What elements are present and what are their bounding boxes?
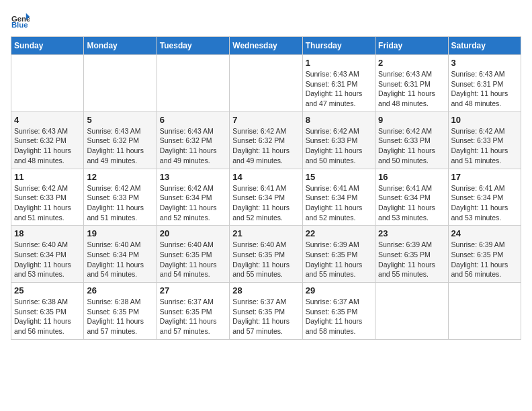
calendar-cell: 27Sunrise: 6:37 AM Sunset: 6:35 PM Dayli… bbox=[157, 283, 229, 340]
day-detail: Sunrise: 6:37 AM Sunset: 6:35 PM Dayligh… bbox=[306, 297, 372, 336]
page-header: General Blue bbox=[11, 11, 521, 30]
day-number: 21 bbox=[232, 228, 299, 238]
calendar-cell: 28Sunrise: 6:37 AM Sunset: 6:35 PM Dayli… bbox=[230, 283, 302, 340]
day-number: 2 bbox=[378, 58, 445, 68]
calendar-week-row: 4Sunrise: 6:43 AM Sunset: 6:32 PM Daylig… bbox=[11, 111, 521, 169]
day-number: 1 bbox=[306, 58, 372, 68]
calendar-cell: 2Sunrise: 6:43 AM Sunset: 6:31 PM Daylig… bbox=[375, 55, 448, 112]
weekday-header-friday: Friday bbox=[375, 37, 448, 55]
day-detail: Sunrise: 6:42 AM Sunset: 6:33 PM Dayligh… bbox=[87, 183, 153, 223]
day-detail: Sunrise: 6:42 AM Sunset: 6:32 PM Dayligh… bbox=[232, 126, 299, 166]
day-detail: Sunrise: 6:37 AM Sunset: 6:35 PM Dayligh… bbox=[160, 297, 226, 336]
calendar-cell: 22Sunrise: 6:39 AM Sunset: 6:35 PM Dayli… bbox=[302, 226, 375, 283]
day-number: 5 bbox=[87, 115, 153, 125]
calendar-table: SundayMondayTuesdayWednesdayThursdayFrid… bbox=[11, 36, 521, 340]
calendar-cell bbox=[230, 55, 302, 112]
day-number: 9 bbox=[378, 115, 445, 125]
calendar-cell: 12Sunrise: 6:42 AM Sunset: 6:33 PM Dayli… bbox=[84, 169, 157, 226]
calendar-week-row: 1Sunrise: 6:43 AM Sunset: 6:31 PM Daylig… bbox=[11, 55, 521, 112]
day-detail: Sunrise: 6:43 AM Sunset: 6:31 PM Dayligh… bbox=[451, 69, 518, 109]
day-detail: Sunrise: 6:39 AM Sunset: 6:35 PM Dayligh… bbox=[378, 240, 445, 279]
day-detail: Sunrise: 6:38 AM Sunset: 6:35 PM Dayligh… bbox=[14, 297, 81, 336]
day-number: 19 bbox=[87, 228, 153, 238]
day-number: 29 bbox=[306, 285, 372, 295]
day-number: 24 bbox=[451, 228, 518, 238]
day-detail: Sunrise: 6:42 AM Sunset: 6:34 PM Dayligh… bbox=[160, 183, 226, 223]
day-number: 18 bbox=[14, 228, 81, 238]
day-detail: Sunrise: 6:41 AM Sunset: 6:34 PM Dayligh… bbox=[232, 183, 299, 223]
calendar-cell bbox=[84, 55, 157, 112]
calendar-cell: 11Sunrise: 6:42 AM Sunset: 6:33 PM Dayli… bbox=[11, 169, 84, 226]
calendar-cell: 25Sunrise: 6:38 AM Sunset: 6:35 PM Dayli… bbox=[11, 283, 84, 340]
calendar-cell bbox=[375, 283, 448, 340]
day-number: 4 bbox=[14, 115, 81, 125]
day-detail: Sunrise: 6:43 AM Sunset: 6:32 PM Dayligh… bbox=[160, 126, 226, 166]
calendar-cell: 14Sunrise: 6:41 AM Sunset: 6:34 PM Dayli… bbox=[230, 169, 302, 226]
calendar-cell: 13Sunrise: 6:42 AM Sunset: 6:34 PM Dayli… bbox=[157, 169, 229, 226]
day-detail: Sunrise: 6:41 AM Sunset: 6:34 PM Dayligh… bbox=[378, 183, 445, 223]
day-number: 23 bbox=[378, 228, 445, 238]
calendar-cell: 9Sunrise: 6:42 AM Sunset: 6:33 PM Daylig… bbox=[375, 111, 448, 169]
calendar-cell: 26Sunrise: 6:38 AM Sunset: 6:35 PM Dayli… bbox=[84, 283, 157, 340]
day-detail: Sunrise: 6:40 AM Sunset: 6:35 PM Dayligh… bbox=[232, 240, 299, 279]
day-number: 7 bbox=[232, 115, 299, 125]
calendar-cell: 21Sunrise: 6:40 AM Sunset: 6:35 PM Dayli… bbox=[230, 226, 302, 283]
calendar-cell: 8Sunrise: 6:42 AM Sunset: 6:33 PM Daylig… bbox=[302, 111, 375, 169]
weekday-header-sunday: Sunday bbox=[11, 37, 84, 55]
calendar-cell: 16Sunrise: 6:41 AM Sunset: 6:34 PM Dayli… bbox=[375, 169, 448, 226]
day-detail: Sunrise: 6:41 AM Sunset: 6:34 PM Dayligh… bbox=[306, 183, 372, 223]
day-detail: Sunrise: 6:43 AM Sunset: 6:31 PM Dayligh… bbox=[378, 69, 445, 109]
day-detail: Sunrise: 6:43 AM Sunset: 6:32 PM Dayligh… bbox=[87, 126, 153, 166]
calendar-cell: 17Sunrise: 6:41 AM Sunset: 6:34 PM Dayli… bbox=[448, 169, 521, 226]
day-number: 12 bbox=[87, 172, 153, 182]
weekday-header-wednesday: Wednesday bbox=[230, 37, 302, 55]
day-number: 3 bbox=[451, 58, 518, 68]
calendar-cell: 7Sunrise: 6:42 AM Sunset: 6:32 PM Daylig… bbox=[230, 111, 302, 169]
calendar-cell: 3Sunrise: 6:43 AM Sunset: 6:31 PM Daylig… bbox=[448, 55, 521, 112]
calendar-cell: 10Sunrise: 6:42 AM Sunset: 6:33 PM Dayli… bbox=[448, 111, 521, 169]
day-detail: Sunrise: 6:42 AM Sunset: 6:33 PM Dayligh… bbox=[306, 126, 372, 166]
calendar-week-row: 11Sunrise: 6:42 AM Sunset: 6:33 PM Dayli… bbox=[11, 169, 521, 226]
day-number: 27 bbox=[160, 285, 226, 295]
svg-text:Blue: Blue bbox=[11, 21, 28, 29]
day-number: 25 bbox=[14, 285, 81, 295]
calendar-cell: 24Sunrise: 6:39 AM Sunset: 6:35 PM Dayli… bbox=[448, 226, 521, 283]
day-detail: Sunrise: 6:40 AM Sunset: 6:35 PM Dayligh… bbox=[160, 240, 226, 279]
calendar-cell: 29Sunrise: 6:37 AM Sunset: 6:35 PM Dayli… bbox=[302, 283, 375, 340]
day-detail: Sunrise: 6:39 AM Sunset: 6:35 PM Dayligh… bbox=[306, 240, 372, 279]
weekday-header-thursday: Thursday bbox=[302, 37, 375, 55]
calendar-week-row: 25Sunrise: 6:38 AM Sunset: 6:35 PM Dayli… bbox=[11, 283, 521, 340]
calendar-cell: 5Sunrise: 6:43 AM Sunset: 6:32 PM Daylig… bbox=[84, 111, 157, 169]
day-detail: Sunrise: 6:43 AM Sunset: 6:32 PM Dayligh… bbox=[14, 126, 81, 166]
calendar-cell: 23Sunrise: 6:39 AM Sunset: 6:35 PM Dayli… bbox=[375, 226, 448, 283]
calendar-cell: 1Sunrise: 6:43 AM Sunset: 6:31 PM Daylig… bbox=[302, 55, 375, 112]
day-detail: Sunrise: 6:43 AM Sunset: 6:31 PM Dayligh… bbox=[306, 69, 372, 109]
day-detail: Sunrise: 6:40 AM Sunset: 6:34 PM Dayligh… bbox=[14, 240, 81, 279]
weekday-header-row: SundayMondayTuesdayWednesdayThursdayFrid… bbox=[11, 37, 521, 55]
calendar-cell: 4Sunrise: 6:43 AM Sunset: 6:32 PM Daylig… bbox=[11, 111, 84, 169]
day-detail: Sunrise: 6:41 AM Sunset: 6:34 PM Dayligh… bbox=[451, 183, 518, 223]
day-detail: Sunrise: 6:42 AM Sunset: 6:33 PM Dayligh… bbox=[378, 126, 445, 166]
logo-icon: General Blue bbox=[11, 11, 30, 30]
day-number: 17 bbox=[451, 172, 518, 182]
day-detail: Sunrise: 6:38 AM Sunset: 6:35 PM Dayligh… bbox=[87, 297, 153, 336]
weekday-header-monday: Monday bbox=[84, 37, 157, 55]
day-number: 11 bbox=[14, 172, 81, 182]
day-number: 15 bbox=[306, 172, 372, 182]
calendar-week-row: 18Sunrise: 6:40 AM Sunset: 6:34 PM Dayli… bbox=[11, 226, 521, 283]
weekday-header-saturday: Saturday bbox=[448, 37, 521, 55]
day-number: 6 bbox=[160, 115, 226, 125]
weekday-header-tuesday: Tuesday bbox=[157, 37, 229, 55]
logo: General Blue bbox=[11, 11, 35, 30]
day-number: 26 bbox=[87, 285, 153, 295]
calendar-cell bbox=[157, 55, 229, 112]
day-number: 8 bbox=[306, 115, 372, 125]
day-detail: Sunrise: 6:42 AM Sunset: 6:33 PM Dayligh… bbox=[451, 126, 518, 166]
calendar-cell bbox=[448, 283, 521, 340]
day-number: 16 bbox=[378, 172, 445, 182]
calendar-cell: 15Sunrise: 6:41 AM Sunset: 6:34 PM Dayli… bbox=[302, 169, 375, 226]
calendar-cell: 20Sunrise: 6:40 AM Sunset: 6:35 PM Dayli… bbox=[157, 226, 229, 283]
day-number: 20 bbox=[160, 228, 226, 238]
calendar-cell: 18Sunrise: 6:40 AM Sunset: 6:34 PM Dayli… bbox=[11, 226, 84, 283]
day-detail: Sunrise: 6:39 AM Sunset: 6:35 PM Dayligh… bbox=[451, 240, 518, 279]
